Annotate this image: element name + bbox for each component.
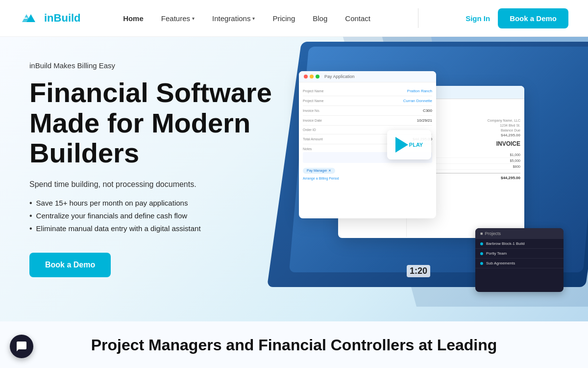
hero-tagline: inBuild Makes Billing Easy — [29, 61, 314, 70]
pay-row-1: Project Name Pratton Ranch — [303, 86, 432, 96]
hero-bullets: Save 15+ hours per month on pay applicat… — [29, 197, 314, 235]
project-row-3[interactable]: Sub Agreements — [475, 259, 564, 268]
projects-icon: ■ — [480, 231, 483, 236]
header-divider — [418, 8, 418, 28]
nav-home[interactable]: Home — [123, 14, 144, 23]
bottom-section: Project Managers and Financial Controlle… — [0, 321, 588, 368]
mockup-container: Pay Application Project Name Pratton Ran… — [299, 71, 573, 307]
project-name-2: Portly Team — [486, 251, 507, 256]
hero-section: inBuild Makes Billing Easy Financial Sof… — [0, 37, 588, 321]
bottom-heading: Project Managers and Financial Controlle… — [29, 336, 559, 354]
features-chevron-icon: ▾ — [192, 16, 195, 21]
hero-image-area: Pay Application Project Name Pratton Ran… — [299, 56, 573, 302]
pay-app-title: Pay Application — [324, 74, 355, 79]
nav-integrations[interactable]: Integrations ▾ — [212, 14, 255, 23]
logo-text: inBuild — [44, 12, 81, 25]
hero-content: inBuild Makes Billing Easy Financial Sof… — [29, 61, 314, 277]
play-button[interactable]: PLAY — [387, 130, 431, 159]
logo[interactable]: inBuild — [20, 10, 81, 26]
project-row-1[interactable]: Barbrow Block-1 Build — [475, 239, 564, 249]
chat-bubble-button[interactable] — [10, 335, 33, 358]
projects-title: Projects — [485, 231, 501, 236]
play-triangle-icon — [395, 137, 408, 153]
project-dot-2 — [480, 252, 483, 255]
project-row-2[interactable]: Portly Team — [475, 249, 564, 259]
logo-icon — [20, 10, 39, 26]
pay-row-4: Invoice Date 10/29/21 — [303, 116, 432, 126]
play-label: PLAY — [409, 142, 423, 148]
nav-pricing[interactable]: Pricing — [272, 14, 295, 23]
hero-subtitle: Spend time building, not processing docu… — [29, 180, 314, 189]
project-dot-1 — [480, 242, 483, 245]
book-demo-button-hero[interactable]: Book a Demo — [29, 253, 111, 277]
chat-icon — [16, 341, 27, 352]
nav-contact[interactable]: Contact — [345, 14, 370, 23]
video-timestamp: 1:20 — [407, 265, 430, 277]
hero-title: Financial Software Made for Modern Build… — [29, 78, 314, 168]
header-actions: Sign In Book a Demo — [466, 8, 568, 28]
book-demo-button-header[interactable]: Book a Demo — [498, 8, 568, 28]
nav-blog[interactable]: Blog — [313, 14, 327, 23]
integrations-chevron-icon: ▾ — [252, 16, 255, 21]
bullet-3: Eliminate manual data entry with a digit… — [29, 222, 314, 235]
nav-features[interactable]: Features ▾ — [161, 14, 195, 23]
project-dot-3 — [480, 262, 483, 265]
pay-row-3: Invoice No. C300 — [303, 106, 432, 116]
main-nav: Home Features ▾ Integrations ▾ Pricing B… — [123, 14, 370, 23]
pay-row-2: Project Name Curran Donnette — [303, 96, 432, 106]
projects-panel: ■ Projects Barbrow Block-1 Build Portly … — [475, 228, 564, 292]
pay-app-header: Pay Application — [299, 71, 436, 82]
signin-button[interactable]: Sign In — [466, 14, 490, 23]
project-name-3: Sub Agreements — [486, 261, 515, 265]
project-name-1: Barbrow Block-1 Build — [486, 241, 525, 246]
projects-header: ■ Projects — [475, 228, 564, 239]
dot-green — [316, 75, 319, 79]
pay-billing-label: Arrange a Billing Period — [303, 177, 432, 180]
header: inBuild Home Features ▾ Integrations ▾ P… — [0, 0, 588, 37]
bullet-2: Centralize your financials and define ca… — [29, 210, 314, 222]
bullet-1: Save 15+ hours per month on pay applicat… — [29, 197, 314, 210]
pay-footer: Pay Manager ✕ — [303, 168, 432, 174]
